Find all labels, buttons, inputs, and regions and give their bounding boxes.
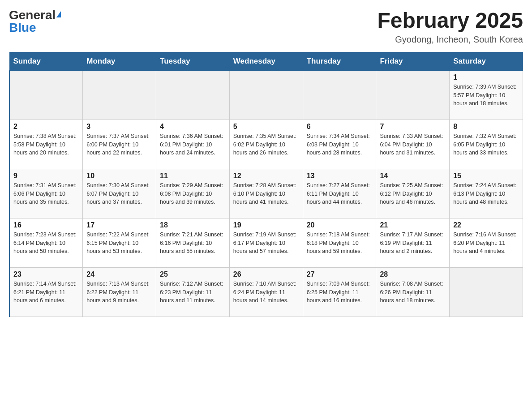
calendar-cell: 7Sunrise: 7:33 AM Sunset: 6:04 PM Daylig…: [376, 120, 450, 169]
day-info: Sunrise: 7:33 AM Sunset: 6:04 PM Dayligh…: [380, 132, 446, 157]
calendar-cell: 28Sunrise: 7:08 AM Sunset: 6:26 PM Dayli…: [376, 267, 450, 317]
day-info: Sunrise: 7:09 AM Sunset: 6:25 PM Dayligh…: [307, 280, 373, 305]
page-header: General Blue February 2025 Gyodong, Inch…: [9, 9, 523, 45]
calendar-cell: 4Sunrise: 7:36 AM Sunset: 6:01 PM Daylig…: [156, 120, 230, 169]
calendar-cell: 10Sunrise: 7:30 AM Sunset: 6:07 PM Dayli…: [83, 169, 156, 218]
day-info: Sunrise: 7:18 AM Sunset: 6:18 PM Dayligh…: [307, 231, 373, 256]
day-info: Sunrise: 7:17 AM Sunset: 6:19 PM Dayligh…: [380, 231, 446, 256]
day-info: Sunrise: 7:34 AM Sunset: 6:03 PM Dayligh…: [307, 132, 373, 157]
calendar-subtitle: Gyodong, Incheon, South Korea: [377, 34, 523, 45]
calendar-cell: 15Sunrise: 7:24 AM Sunset: 6:13 PM Dayli…: [450, 169, 523, 218]
calendar-cell: 22Sunrise: 7:16 AM Sunset: 6:20 PM Dayli…: [450, 218, 523, 267]
day-number: 22: [453, 221, 519, 229]
day-number: 2: [13, 123, 79, 131]
calendar-week-row: 9Sunrise: 7:31 AM Sunset: 6:06 PM Daylig…: [9, 169, 523, 218]
day-number: 16: [13, 221, 79, 229]
day-info: Sunrise: 7:25 AM Sunset: 6:12 PM Dayligh…: [380, 181, 446, 206]
calendar-cell: 23Sunrise: 7:14 AM Sunset: 6:21 PM Dayli…: [9, 267, 83, 317]
header-friday: Friday: [376, 52, 450, 70]
calendar-cell: 2Sunrise: 7:38 AM Sunset: 5:58 PM Daylig…: [9, 120, 83, 169]
day-number: 8: [453, 123, 519, 131]
header-wednesday: Wednesday: [229, 52, 303, 70]
calendar-cell: 9Sunrise: 7:31 AM Sunset: 6:06 PM Daylig…: [9, 169, 83, 218]
logo-blue-text: Blue: [9, 21, 36, 34]
header-saturday: Saturday: [450, 52, 523, 70]
day-info: Sunrise: 7:12 AM Sunset: 6:23 PM Dayligh…: [160, 280, 226, 305]
day-info: Sunrise: 7:35 AM Sunset: 6:02 PM Dayligh…: [233, 132, 299, 157]
day-number: 15: [453, 172, 519, 180]
calendar-cell: 1Sunrise: 7:39 AM Sunset: 5:57 PM Daylig…: [450, 70, 523, 120]
day-number: 6: [307, 123, 373, 131]
day-info: Sunrise: 7:22 AM Sunset: 6:15 PM Dayligh…: [86, 231, 152, 256]
day-info: Sunrise: 7:37 AM Sunset: 6:00 PM Dayligh…: [86, 132, 152, 157]
day-number: 19: [233, 221, 299, 229]
calendar-cell: 20Sunrise: 7:18 AM Sunset: 6:18 PM Dayli…: [303, 218, 376, 267]
calendar-cell: 13Sunrise: 7:27 AM Sunset: 6:11 PM Dayli…: [303, 169, 376, 218]
day-info: Sunrise: 7:39 AM Sunset: 5:57 PM Dayligh…: [453, 83, 519, 108]
calendar-cell: 14Sunrise: 7:25 AM Sunset: 6:12 PM Dayli…: [376, 169, 450, 218]
day-info: Sunrise: 7:36 AM Sunset: 6:01 PM Dayligh…: [160, 132, 226, 157]
day-number: 12: [233, 172, 299, 180]
day-number: 10: [86, 172, 152, 180]
day-number: 9: [13, 172, 79, 180]
day-number: 25: [160, 270, 226, 278]
day-number: 1: [453, 73, 519, 81]
header-tuesday: Tuesday: [156, 52, 230, 70]
day-number: 27: [307, 270, 373, 278]
day-number: 23: [13, 270, 79, 278]
calendar-week-row: 2Sunrise: 7:38 AM Sunset: 5:58 PM Daylig…: [9, 120, 523, 169]
calendar-cell: [156, 70, 230, 120]
day-number: 18: [160, 221, 226, 229]
day-number: 3: [86, 123, 152, 131]
calendar-cell: 24Sunrise: 7:13 AM Sunset: 6:22 PM Dayli…: [83, 267, 156, 317]
calendar-cell: 5Sunrise: 7:35 AM Sunset: 6:02 PM Daylig…: [229, 120, 303, 169]
title-block: February 2025 Gyodong, Incheon, South Ko…: [377, 9, 523, 45]
calendar-cell: [9, 70, 83, 120]
day-number: 26: [233, 270, 299, 278]
day-info: Sunrise: 7:28 AM Sunset: 6:10 PM Dayligh…: [233, 181, 299, 206]
calendar-cell: 8Sunrise: 7:32 AM Sunset: 6:05 PM Daylig…: [450, 120, 523, 169]
calendar-cell: 19Sunrise: 7:19 AM Sunset: 6:17 PM Dayli…: [229, 218, 303, 267]
day-info: Sunrise: 7:13 AM Sunset: 6:22 PM Dayligh…: [86, 280, 152, 305]
calendar-table: SundayMondayTuesdayWednesdayThursdayFrid…: [9, 52, 523, 317]
calendar-cell: 12Sunrise: 7:28 AM Sunset: 6:10 PM Dayli…: [229, 169, 303, 218]
logo-general-text: General: [9, 9, 56, 21]
calendar-cell: 21Sunrise: 7:17 AM Sunset: 6:19 PM Dayli…: [376, 218, 450, 267]
calendar-cell: [83, 70, 156, 120]
header-monday: Monday: [83, 52, 156, 70]
day-info: Sunrise: 7:32 AM Sunset: 6:05 PM Dayligh…: [453, 132, 519, 157]
day-info: Sunrise: 7:30 AM Sunset: 6:07 PM Dayligh…: [86, 181, 152, 206]
calendar-cell: [450, 267, 523, 317]
calendar-cell: 25Sunrise: 7:12 AM Sunset: 6:23 PM Dayli…: [156, 267, 230, 317]
calendar-title: February 2025: [377, 9, 523, 33]
day-info: Sunrise: 7:23 AM Sunset: 6:14 PM Dayligh…: [13, 231, 79, 256]
calendar-week-row: 23Sunrise: 7:14 AM Sunset: 6:21 PM Dayli…: [9, 267, 523, 317]
day-info: Sunrise: 7:29 AM Sunset: 6:08 PM Dayligh…: [160, 181, 226, 206]
calendar-cell: 27Sunrise: 7:09 AM Sunset: 6:25 PM Dayli…: [303, 267, 376, 317]
calendar-cell: 18Sunrise: 7:21 AM Sunset: 6:16 PM Dayli…: [156, 218, 230, 267]
day-info: Sunrise: 7:16 AM Sunset: 6:20 PM Dayligh…: [453, 231, 519, 256]
calendar-cell: 17Sunrise: 7:22 AM Sunset: 6:15 PM Dayli…: [83, 218, 156, 267]
header-sunday: Sunday: [9, 52, 83, 70]
calendar-cell: [376, 70, 450, 120]
day-info: Sunrise: 7:19 AM Sunset: 6:17 PM Dayligh…: [233, 231, 299, 256]
day-number: 20: [307, 221, 373, 229]
day-number: 17: [86, 221, 152, 229]
day-number: 5: [233, 123, 299, 131]
day-info: Sunrise: 7:27 AM Sunset: 6:11 PM Dayligh…: [307, 181, 373, 206]
calendar-header-row: SundayMondayTuesdayWednesdayThursdayFrid…: [9, 52, 523, 70]
calendar-cell: 16Sunrise: 7:23 AM Sunset: 6:14 PM Dayli…: [9, 218, 83, 267]
day-number: 4: [160, 123, 226, 131]
calendar-cell: 26Sunrise: 7:10 AM Sunset: 6:24 PM Dayli…: [229, 267, 303, 317]
calendar-cell: 3Sunrise: 7:37 AM Sunset: 6:00 PM Daylig…: [83, 120, 156, 169]
calendar-cell: [229, 70, 303, 120]
calendar-cell: 11Sunrise: 7:29 AM Sunset: 6:08 PM Dayli…: [156, 169, 230, 218]
calendar-week-row: 16Sunrise: 7:23 AM Sunset: 6:14 PM Dayli…: [9, 218, 523, 267]
header-thursday: Thursday: [303, 52, 376, 70]
day-number: 28: [380, 270, 446, 278]
day-number: 7: [380, 123, 446, 131]
day-info: Sunrise: 7:24 AM Sunset: 6:13 PM Dayligh…: [453, 181, 519, 206]
logo: General Blue: [9, 9, 61, 34]
day-number: 11: [160, 172, 226, 180]
day-number: 21: [380, 221, 446, 229]
